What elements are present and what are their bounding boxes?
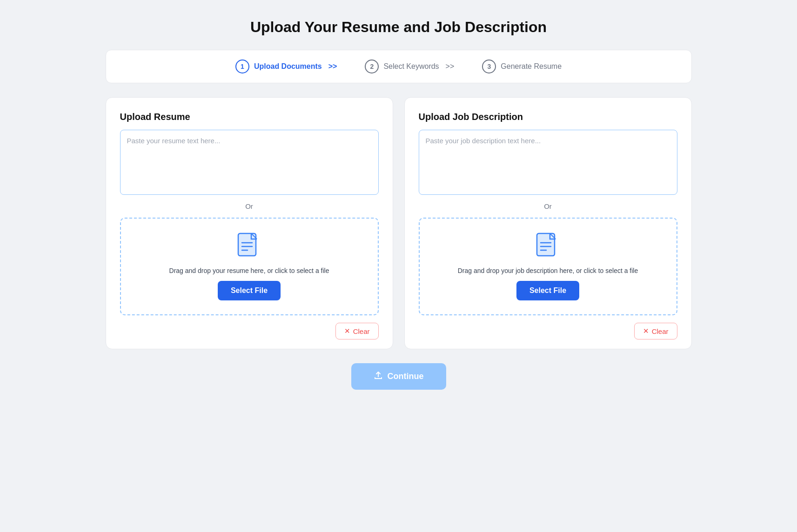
step-3-number: 3: [482, 60, 496, 73]
step-1-arrow: >>: [328, 62, 337, 71]
resume-drop-zone[interactable]: Drag and drop your resume here, or click…: [120, 218, 379, 315]
job-or-label: Or: [419, 202, 677, 210]
cards-row: Upload Resume Or Drag and drop your resu…: [106, 97, 692, 349]
svg-rect-0: [238, 233, 256, 256]
page-title: Upload Your Resume and Job Description: [250, 19, 547, 36]
job-card-title: Upload Job Description: [419, 112, 677, 122]
job-select-file-button[interactable]: Select File: [516, 281, 579, 300]
continue-label: Continue: [388, 372, 424, 381]
continue-upload-icon: [374, 371, 383, 382]
resume-card-title: Upload Resume: [120, 112, 379, 122]
stepper: 1 Upload Documents >> 2 Select Keywords …: [106, 50, 692, 83]
job-drop-text: Drag and drop your job description here,…: [458, 267, 638, 274]
step-2-number: 2: [365, 60, 379, 73]
resume-textarea[interactable]: [120, 130, 379, 195]
job-textarea[interactable]: [419, 130, 677, 195]
step-1-number: 1: [235, 60, 249, 73]
step-3-label: Generate Resume: [501, 62, 562, 71]
job-clear-x-icon: ✕: [643, 327, 649, 335]
job-drop-zone[interactable]: Drag and drop your job description here,…: [419, 218, 677, 315]
job-clear-button[interactable]: ✕ Clear: [634, 323, 677, 339]
step-1[interactable]: 1 Upload Documents >>: [235, 60, 337, 73]
continue-button[interactable]: Continue: [351, 363, 446, 390]
job-clear-label: Clear: [652, 327, 669, 335]
resume-drop-text: Drag and drop your resume here, or click…: [169, 267, 329, 274]
resume-clear-x-icon: ✕: [344, 327, 350, 335]
upload-icon-svg: [374, 371, 383, 380]
job-doc-icon: [536, 233, 560, 260]
resume-doc-icon: [237, 233, 261, 260]
step-1-label: Upload Documents: [254, 62, 322, 71]
svg-rect-4: [537, 233, 555, 256]
step-2-label: Select Keywords: [383, 62, 439, 71]
step-3[interactable]: 3 Generate Resume: [482, 60, 562, 73]
resume-card: Upload Resume Or Drag and drop your resu…: [106, 97, 393, 349]
step-2[interactable]: 2 Select Keywords >>: [365, 60, 454, 73]
resume-or-label: Or: [120, 202, 379, 210]
step-2-arrow: >>: [446, 62, 455, 71]
resume-select-file-button[interactable]: Select File: [218, 281, 281, 300]
job-card: Upload Job Description Or Drag and drop …: [404, 97, 692, 349]
resume-clear-button[interactable]: ✕ Clear: [335, 323, 379, 339]
resume-clear-label: Clear: [353, 327, 370, 335]
